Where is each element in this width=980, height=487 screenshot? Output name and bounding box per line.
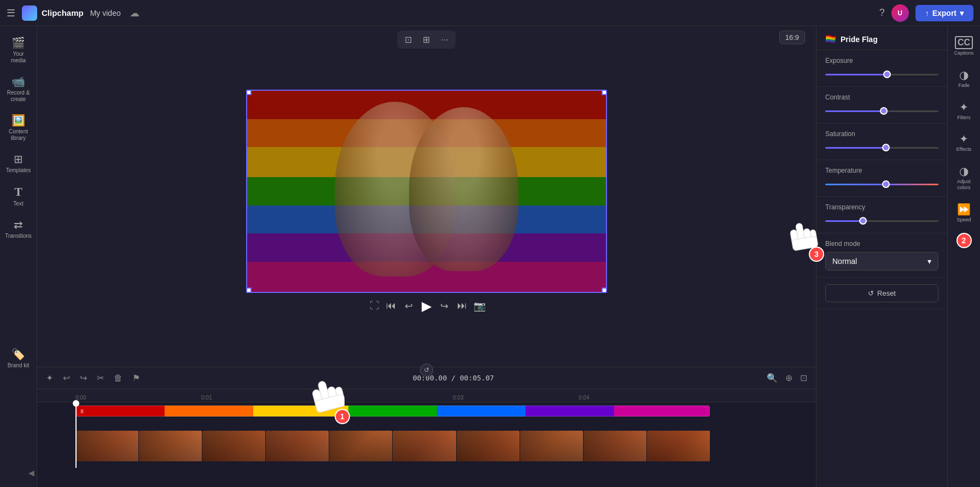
video-thumb-10 (647, 431, 710, 461)
effects-button[interactable]: ✦ Effects (950, 128, 978, 157)
speed-button[interactable]: ⏩ Speed (950, 198, 978, 227)
adjust-colors-icon: ◑ (959, 165, 969, 178)
blend-mode-section: Blend mode Normal ▾ (816, 233, 947, 278)
right-icon-bar: CC Captions ◑ Fade ✦ Filters ✦ Effects ◑… (947, 26, 980, 487)
transparency-slider[interactable] (825, 220, 938, 222)
video-title[interactable]: My video (90, 9, 121, 17)
sidebar-item-transitions[interactable]: ⇄ Transitions (2, 214, 35, 244)
menu-button[interactable]: ☰ (7, 7, 15, 19)
export-icon: ↑ (925, 9, 929, 17)
skip-start-button[interactable]: ⏮ (386, 300, 396, 312)
timeline-area: ✦ ↩ ↪ ✂ 🗑 ⚑ 00:00.00 / 00:05.07 🔍 ⊕ ⊡ 0:… (37, 367, 816, 487)
adjust-colors-button[interactable]: ◑ Adjust colors (950, 160, 978, 195)
sidebar-item-text[interactable]: T Text (2, 180, 35, 212)
transparency-slider-container[interactable] (825, 215, 938, 226)
ruler-mark-2: 0:02 (327, 395, 337, 401)
sidebar-label-brandkit: Brand kit (8, 362, 29, 369)
video-thumb-7 (457, 431, 520, 461)
zoom-controls: 🔍 ⊕ ⊡ (765, 371, 809, 385)
handle-tr[interactable] (602, 90, 607, 95)
transparency-section: Transparency (816, 197, 947, 233)
handle-br[interactable] (602, 287, 607, 293)
sidebar-label-content: Content library (5, 128, 32, 142)
temperature-slider-container[interactable] (825, 179, 938, 190)
crop-button[interactable]: ⊡ (401, 33, 415, 46)
contrast-section: Contrast (816, 87, 947, 124)
saturation-slider[interactable] (825, 147, 938, 149)
cursor-badge-2: 2 (956, 233, 972, 248)
exposure-slider-container[interactable] (825, 69, 938, 80)
more-button[interactable]: ··· (438, 33, 451, 46)
redo-button[interactable]: ↪ (78, 371, 89, 385)
filters-button[interactable]: ✦ Filters (950, 96, 978, 125)
video-thumb-5 (329, 431, 392, 461)
contrast-slider[interactable] (825, 110, 938, 112)
handle-bl[interactable] (246, 287, 252, 293)
ruler-mark-4: 0:04 (579, 395, 589, 401)
flag-button[interactable]: ⚑ (130, 371, 142, 385)
panel-scroll: Exposure Contrast Saturation (816, 50, 947, 487)
zoom-out-button[interactable]: 🔍 (765, 371, 780, 385)
blend-mode-value: Normal (832, 257, 857, 266)
video-preview-container[interactable] (246, 90, 607, 293)
filters-icon: ✦ (959, 101, 969, 114)
logo-icon (22, 5, 37, 21)
sidebar-item-brandkit[interactable]: 🏷️ Brand kit (2, 343, 35, 373)
topbar-icons: ? U (879, 4, 909, 22)
track-rainbow[interactable]: ⏸ (75, 406, 816, 430)
skip-end-button[interactable]: ⏭ (457, 300, 467, 312)
rewind-button[interactable]: ↩ (405, 300, 413, 312)
avatar[interactable]: U (891, 4, 909, 22)
cut-button[interactable]: ✂ (95, 371, 106, 385)
rainbow-track-bar: ⏸ (75, 406, 710, 416)
temperature-slider[interactable] (825, 184, 938, 185)
sidebar-item-record[interactable]: 📹 Record & create (2, 71, 35, 107)
app-name: Clipchamp (42, 8, 84, 17)
track-video[interactable] (75, 431, 710, 461)
playback-controls: 📷 ⏮ ↩ ▶ ↪ ⏭ ⛶ (386, 293, 467, 317)
undo-button[interactable]: ↩ (61, 371, 72, 385)
record-icon: 📹 (11, 75, 25, 88)
adjust-colors-label: Adjust colors (952, 179, 976, 191)
captions-button[interactable]: CC Captions (950, 32, 978, 61)
fit-button[interactable]: ⊡ (798, 371, 809, 385)
blend-mode-label: Blend mode (825, 240, 938, 248)
topbar: ☰ Clipchamp My video ☁ ? U ↑ Export ▾ (0, 0, 980, 26)
captions-label: Captions (954, 50, 974, 56)
rotation-handle[interactable]: ↺ (420, 363, 433, 377)
delete-button[interactable]: 🗑 (112, 371, 125, 385)
contrast-slider-container[interactable] (825, 105, 938, 116)
ruler-mark-3: 0:03 (453, 395, 463, 401)
handle-tl[interactable] (246, 90, 252, 95)
video-thumb-6 (393, 431, 456, 461)
main-content: 🎬 Your media 📹 Record & create 🖼️ Conten… (0, 26, 980, 487)
reset-section: ↺ Reset (816, 278, 947, 309)
sidebar-label-media: Your media (5, 51, 32, 64)
split-button[interactable]: ✦ (44, 371, 55, 385)
sidebar-label-text: Text (13, 201, 23, 207)
sidebar-collapse-button[interactable]: ◀ (28, 468, 34, 477)
play-button[interactable]: ▶ (422, 298, 431, 314)
sidebar-item-content[interactable]: 🖼️ Content library (2, 109, 35, 146)
export-button[interactable]: ↑ Export ▾ (915, 5, 973, 21)
reset-button[interactable]: ↺ Reset (825, 284, 938, 302)
panel-header: 🏳️‍🌈 Pride Flag (816, 26, 947, 50)
preview-area: ⊡ ⊞ ··· 16:9 (37, 26, 816, 367)
saturation-slider-container[interactable] (825, 142, 938, 153)
exposure-slider[interactable] (825, 74, 938, 75)
layout-button[interactable]: ⊞ (419, 33, 433, 46)
zoom-in-button[interactable]: ⊕ (783, 371, 795, 385)
video-thumb-8 (520, 431, 583, 461)
sidebar-item-media[interactable]: 🎬 Your media (2, 32, 35, 68)
media-icon: 🎬 (11, 36, 25, 49)
camera-toggle-button[interactable]: 📷 (474, 300, 486, 312)
sidebar-item-templates[interactable]: ⊞ Templates (2, 148, 35, 178)
fade-button[interactable]: ◑ Fade (950, 64, 978, 93)
blend-mode-select[interactable]: Normal ▾ (825, 252, 938, 271)
brandkit-icon: 🏷️ (11, 348, 25, 361)
forward-button[interactable]: ↪ (440, 300, 448, 312)
content-icon: 🖼️ (11, 114, 25, 127)
fullscreen-button[interactable]: ⛶ (370, 300, 380, 312)
help-button[interactable]: ? (879, 7, 885, 19)
video-thumb-3 (202, 431, 265, 461)
